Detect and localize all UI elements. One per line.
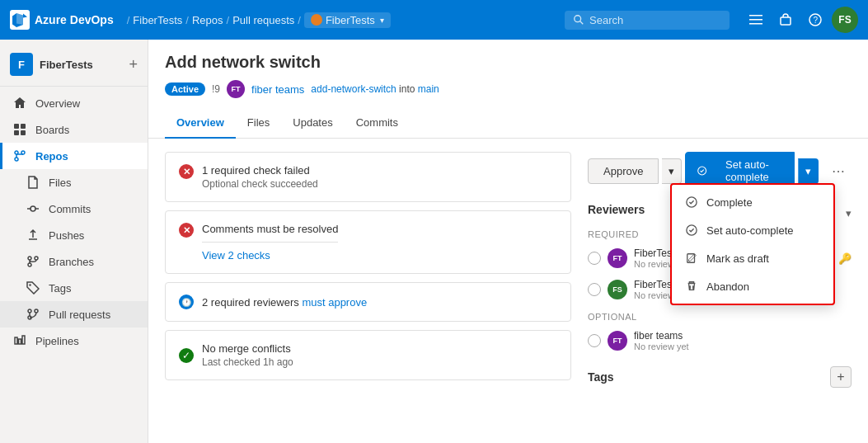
dropdown-item-set-auto-complete[interactable]: Set auto-complete bbox=[672, 216, 833, 244]
sidebar-item-files[interactable]: Files bbox=[0, 169, 148, 196]
approve-button[interactable]: Approve bbox=[588, 158, 659, 184]
check-content-2: Comments must be resolved View 2 checks bbox=[202, 223, 338, 262]
sidebar-item-pushes[interactable]: Pushes bbox=[0, 222, 148, 248]
action-bar: Approve ▾ Set auto-complete ▾ ⋯ bbox=[588, 152, 852, 190]
basket-icon-btn[interactable] bbox=[772, 7, 799, 33]
optional-label: Optional bbox=[588, 312, 852, 322]
branch-link[interactable]: add-network-switch into main bbox=[311, 83, 439, 95]
sidebar-item-tags[interactable]: Tags bbox=[0, 275, 148, 301]
sidebar-add-btn[interactable]: + bbox=[129, 56, 138, 73]
content-area: Add network switch Active !9 FT fiber te… bbox=[148, 40, 868, 443]
tab-updates[interactable]: Updates bbox=[281, 108, 344, 139]
dropdown-label-complete: Complete bbox=[706, 196, 753, 209]
sidebar-item-commits[interactable]: Commits bbox=[0, 196, 148, 222]
sidebar-project: F FiberTests + bbox=[0, 46, 148, 87]
tab-overview[interactable]: Overview bbox=[165, 108, 236, 139]
sidebar-item-pull-requests[interactable]: Pull requests bbox=[0, 301, 148, 328]
svg-text:?: ? bbox=[814, 16, 819, 25]
files-icon bbox=[26, 175, 40, 190]
reviewer-avatar-opt-0: FT bbox=[608, 331, 627, 351]
bc-pr-label: FiberTests bbox=[326, 14, 375, 26]
dropdown-item-complete[interactable]: Complete bbox=[672, 188, 833, 216]
reviewers-check-card: 🕐 2 required reviewers must approve bbox=[165, 282, 571, 322]
bc-repos[interactable]: Repos bbox=[192, 14, 223, 26]
bc-pr-name[interactable]: FiberTests ▾ bbox=[304, 12, 391, 28]
success-icon: ✓ bbox=[179, 348, 194, 363]
sidebar-label-commits: Commits bbox=[49, 203, 91, 215]
tags-section: Tags + bbox=[588, 366, 852, 388]
tab-commits[interactable]: Commits bbox=[345, 108, 410, 139]
sidebar-item-boards[interactable]: Boards bbox=[0, 116, 148, 143]
svg-rect-11 bbox=[21, 130, 26, 135]
svg-point-22 bbox=[28, 309, 31, 313]
help-icon-btn[interactable]: ? bbox=[802, 7, 828, 33]
reviewers-expand-icon[interactable]: ▾ bbox=[846, 207, 852, 219]
reviewer-avatar-0: FT bbox=[608, 248, 627, 268]
reviewer-radio-opt-0[interactable] bbox=[588, 334, 601, 347]
reviewer-radio-0[interactable] bbox=[588, 252, 601, 265]
more-options-btn[interactable]: ⋯ bbox=[825, 158, 852, 184]
azure-devops-icon bbox=[10, 10, 30, 30]
pr-icon bbox=[26, 307, 40, 322]
author-avatar: FT bbox=[227, 80, 245, 98]
pr-nav-icon bbox=[311, 14, 322, 26]
pr-tabs: Overview Files Updates Commits bbox=[148, 108, 868, 139]
reviewers-check-content: 2 required reviewers must approve bbox=[202, 296, 367, 309]
tags-add-btn[interactable]: + bbox=[830, 366, 852, 388]
check-error-circle: ✕ bbox=[179, 164, 194, 179]
check-error-circle-2: ✕ bbox=[179, 223, 194, 238]
draft-icon bbox=[685, 252, 698, 265]
dropdown-label-abandon: Abandon bbox=[706, 280, 749, 293]
branch-to[interactable]: main bbox=[418, 83, 439, 95]
dropdown-label-set-auto-complete: Set auto-complete bbox=[706, 224, 794, 237]
sidebar-item-pipelines[interactable]: Pipelines bbox=[0, 328, 148, 354]
svg-point-0 bbox=[575, 16, 581, 22]
svg-rect-2 bbox=[749, 15, 762, 16]
svg-rect-4 bbox=[749, 23, 762, 25]
dropdown-item-mark-as-draft[interactable]: Mark as draft bbox=[672, 244, 833, 272]
sidebar-label-pipelines: Pipelines bbox=[35, 335, 79, 347]
svg-rect-10 bbox=[14, 130, 19, 135]
boards-icon bbox=[12, 122, 27, 137]
tab-files[interactable]: Files bbox=[236, 108, 281, 139]
view-checks-link[interactable]: View 2 checks bbox=[202, 249, 270, 262]
svg-point-21 bbox=[29, 284, 30, 285]
author-name[interactable]: fiber teams bbox=[251, 83, 304, 96]
reviewer-key-icon: 🔑 bbox=[838, 252, 852, 265]
search-placeholder: Search bbox=[589, 14, 623, 26]
sidebar-item-overview[interactable]: Overview bbox=[0, 90, 148, 116]
sidebar-label-boards: Boards bbox=[35, 124, 69, 136]
svg-point-15 bbox=[30, 206, 35, 211]
approve-dropdown-btn[interactable]: ▾ bbox=[662, 158, 682, 184]
pr-body: ✕ 1 required check failed Optional check… bbox=[148, 139, 868, 402]
sidebar-item-repos[interactable]: Repos bbox=[0, 143, 148, 169]
auto-complete-dropdown-btn[interactable]: ▾ bbox=[798, 158, 819, 184]
pipelines-icon bbox=[12, 333, 27, 348]
reviewer-radio-1[interactable] bbox=[588, 283, 601, 296]
search-icon bbox=[573, 14, 584, 26]
sidebar-item-branches[interactable]: Branches bbox=[0, 248, 148, 275]
app-logo[interactable]: Azure DevOps bbox=[10, 10, 114, 30]
svg-point-20 bbox=[35, 257, 38, 260]
project-name: FiberTests bbox=[40, 59, 93, 71]
bc-fibertests[interactable]: FiberTests bbox=[133, 14, 182, 26]
reviewer-status-opt-0: No review yet bbox=[634, 342, 852, 351]
repos-icon bbox=[12, 148, 27, 163]
user-avatar[interactable]: FS bbox=[832, 7, 858, 33]
must-approve-link[interactable]: must approve bbox=[302, 296, 367, 309]
sidebar: F FiberTests + Overview Boards Repos bbox=[0, 40, 148, 443]
menu-icon-btn[interactable] bbox=[743, 7, 769, 33]
search-box[interactable]: Search bbox=[565, 11, 730, 30]
reviewers-title: Reviewers bbox=[588, 203, 645, 216]
dropdown-item-abandon[interactable]: Abandon bbox=[672, 272, 833, 300]
auto-complete-label: Set auto-complete bbox=[712, 158, 782, 183]
svg-rect-9 bbox=[21, 124, 26, 129]
check-sub-1: Optional check succeeded bbox=[202, 178, 318, 190]
complete-icon bbox=[685, 196, 698, 209]
pr-id: !9 bbox=[212, 83, 220, 95]
branch-from[interactable]: add-network-switch bbox=[311, 83, 396, 95]
nav-icons: ? FS bbox=[743, 7, 858, 33]
bc-pull-requests[interactable]: Pull requests bbox=[232, 14, 294, 26]
sidebar-label-files: Files bbox=[49, 177, 71, 189]
pushes-icon bbox=[26, 228, 40, 243]
